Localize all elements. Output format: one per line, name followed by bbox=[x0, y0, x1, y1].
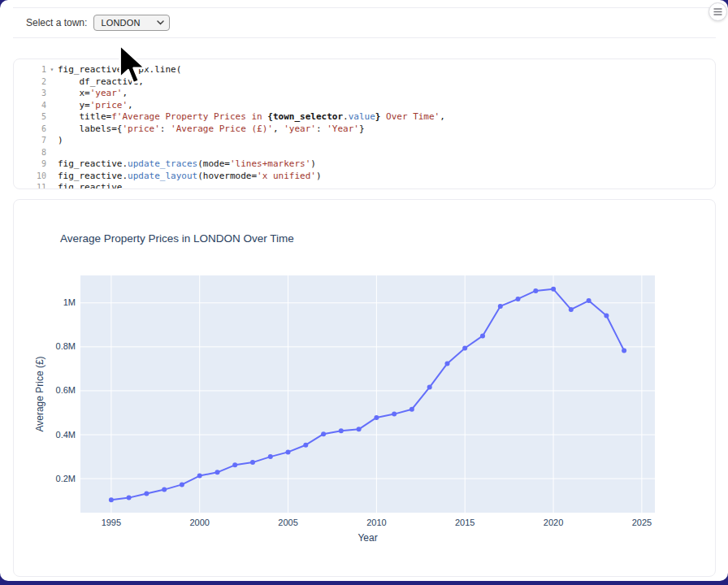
chart-title: Average Property Prices in LONDON Over T… bbox=[60, 232, 294, 245]
line-number: 1 bbox=[14, 64, 46, 76]
x-tick-label: 2015 bbox=[455, 518, 474, 527]
chart-cell: Average Property Prices in LONDON Over T… bbox=[13, 199, 716, 577]
data-point-marker bbox=[339, 428, 344, 433]
line-number: 3 bbox=[14, 88, 46, 100]
fold-gutter bbox=[46, 100, 58, 112]
data-point-marker bbox=[445, 361, 450, 366]
fold-gutter bbox=[46, 147, 58, 159]
code-line[interactable]: 6 labels={'price': 'Average Price (£)', … bbox=[14, 124, 715, 136]
fold-gutter bbox=[46, 111, 58, 124]
code-line[interactable]: 11fig_reactive bbox=[14, 182, 715, 189]
fold-gutter bbox=[46, 182, 58, 189]
code-text: df_reactive, bbox=[58, 76, 715, 89]
code-line[interactable]: 8 bbox=[14, 147, 715, 159]
code-line[interactable]: 10fig_reactive.update_layout(hovermode='… bbox=[14, 171, 715, 183]
data-point-marker bbox=[268, 454, 273, 459]
code-text: fig_reactive bbox=[58, 182, 715, 189]
data-point-marker bbox=[392, 412, 396, 417]
town-selector-cell: Select a town: LONDON bbox=[13, 7, 716, 38]
code-line[interactable]: 4 y='price', bbox=[14, 100, 715, 112]
data-point-marker bbox=[410, 407, 414, 412]
data-point-marker bbox=[551, 287, 556, 292]
town-selector-label: Select a town: bbox=[26, 17, 87, 28]
town-select-dropdown[interactable]: LONDON bbox=[93, 15, 170, 31]
y-tick-label: 0.2M bbox=[56, 474, 76, 483]
fold-gutter bbox=[46, 135, 58, 147]
fold-arrow-icon[interactable]: ▾ bbox=[46, 64, 58, 76]
data-point-marker bbox=[144, 492, 149, 496]
data-point-marker bbox=[250, 460, 255, 465]
code-cell[interactable]: 1▾fig_reactive = px.line(2 df_reactive,3… bbox=[13, 58, 716, 189]
x-tick-label: 1995 bbox=[102, 518, 121, 527]
data-point-marker bbox=[162, 488, 167, 492]
data-point-marker bbox=[109, 497, 114, 502]
code-editor[interactable]: 1▾fig_reactive = px.line(2 df_reactive,3… bbox=[14, 64, 715, 189]
data-point-marker bbox=[215, 470, 220, 474]
line-number: 5 bbox=[14, 111, 46, 124]
data-point-marker bbox=[357, 427, 362, 431]
x-tick-label: 2025 bbox=[632, 518, 652, 527]
fold-gutter bbox=[46, 88, 58, 100]
plotly-line-chart[interactable]: Average Property Prices in LONDON Over T… bbox=[14, 200, 715, 576]
line-number: 7 bbox=[14, 135, 46, 147]
data-point-marker bbox=[533, 288, 538, 293]
notebook-page: Select a town: LONDON 1▾fig_reactive = p… bbox=[0, 0, 728, 581]
data-point-marker bbox=[622, 349, 626, 353]
data-point-marker bbox=[374, 415, 379, 420]
line-number: 9 bbox=[14, 158, 46, 171]
data-point-marker bbox=[480, 333, 485, 338]
plot-area bbox=[80, 275, 655, 513]
data-point-marker bbox=[569, 307, 574, 312]
code-text: title=f'Average Property Prices in {town… bbox=[58, 111, 715, 124]
data-point-marker bbox=[232, 462, 237, 467]
x-tick-label: 2000 bbox=[189, 518, 209, 527]
hamburger-icon bbox=[713, 8, 722, 15]
y-tick-label: 0.4M bbox=[56, 430, 76, 440]
code-line[interactable]: 9fig_reactive.update_traces(mode='lines+… bbox=[14, 158, 715, 171]
town-select-value: LONDON bbox=[101, 18, 157, 28]
fold-gutter bbox=[46, 158, 58, 171]
data-point-marker bbox=[286, 449, 291, 454]
data-point-marker bbox=[516, 297, 521, 301]
data-point-marker bbox=[321, 431, 326, 436]
y-tick-label: 0.6M bbox=[56, 385, 76, 395]
data-point-marker bbox=[427, 385, 432, 390]
code-text: ) bbox=[58, 135, 715, 147]
code-text: fig_reactive = px.line( bbox=[58, 64, 715, 76]
x-axis-title: Year bbox=[358, 532, 377, 544]
code-line[interactable]: 3 x='year', bbox=[14, 88, 715, 100]
code-line[interactable]: 2 df_reactive, bbox=[14, 76, 715, 89]
line-number: 6 bbox=[14, 124, 46, 136]
x-tick-label: 2010 bbox=[366, 518, 386, 527]
y-axis-title: Average Price (£) bbox=[34, 356, 46, 431]
code-line[interactable]: 7) bbox=[14, 135, 715, 147]
line-number: 2 bbox=[14, 76, 46, 89]
code-text bbox=[58, 147, 715, 159]
data-point-marker bbox=[587, 298, 592, 303]
line-number: 4 bbox=[14, 100, 46, 112]
chevron-down-icon bbox=[157, 20, 164, 25]
x-tick-label: 2005 bbox=[278, 518, 297, 527]
y-tick-label: 1M bbox=[63, 297, 76, 307]
fold-gutter bbox=[46, 124, 58, 136]
code-text: x='year', bbox=[58, 88, 715, 100]
line-number: 8 bbox=[14, 147, 46, 159]
fold-gutter bbox=[46, 76, 58, 89]
line-number: 10 bbox=[14, 171, 46, 183]
data-point-marker bbox=[197, 474, 202, 479]
data-point-marker bbox=[303, 443, 308, 448]
data-point-marker bbox=[462, 346, 467, 351]
fold-gutter bbox=[46, 171, 58, 183]
data-point-marker bbox=[180, 482, 184, 487]
menu-button[interactable] bbox=[708, 2, 727, 21]
y-tick-label: 0.8M bbox=[56, 341, 76, 351]
x-tick-label: 2020 bbox=[544, 518, 563, 527]
data-point-marker bbox=[604, 314, 609, 318]
code-text: labels={'price': 'Average Price (£)', 'y… bbox=[58, 124, 715, 136]
code-line[interactable]: 1▾fig_reactive = px.line( bbox=[14, 64, 715, 76]
code-text: fig_reactive.update_traces(mode='lines+m… bbox=[58, 158, 715, 171]
code-text: fig_reactive.update_layout(hovermode='x … bbox=[58, 171, 715, 183]
data-point-marker bbox=[498, 304, 503, 309]
data-point-marker bbox=[127, 496, 132, 500]
code-line[interactable]: 5 title=f'Average Property Prices in {to… bbox=[14, 111, 715, 124]
